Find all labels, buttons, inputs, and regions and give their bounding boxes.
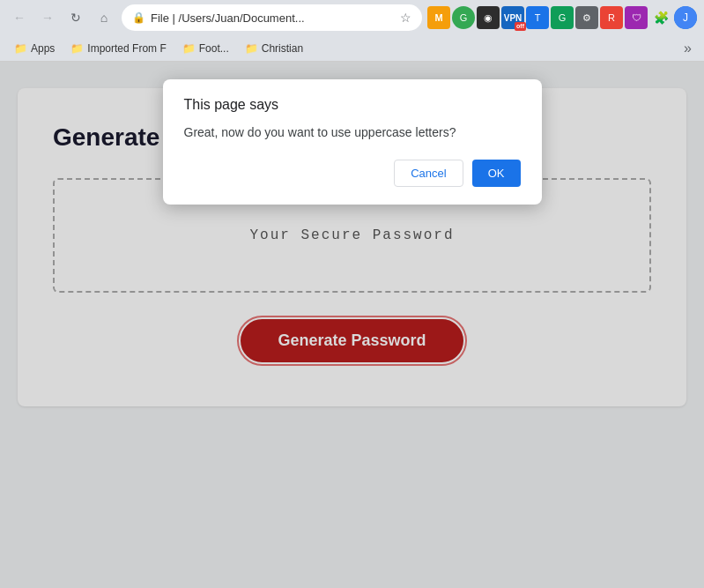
ext-icon-8[interactable]: R (600, 6, 623, 29)
dialog-box: This page says Great, now do you want to… (163, 79, 542, 205)
browser-chrome: ← → ↻ ⌂ 🔒 File | /Users/Juan/Document...… (0, 0, 704, 62)
forward-button[interactable]: → (35, 5, 60, 30)
ext-icon-label: G (559, 12, 567, 23)
dialog-overlay: This page says Great, now do you want to… (0, 62, 704, 588)
lock-icon: 🔒 (132, 11, 145, 24)
folder-icon: 📁 (70, 42, 84, 55)
bookmark-imported-from[interactable]: 📁 Imported From F (63, 40, 173, 57)
ext-icon-label: R (608, 12, 615, 23)
ext-icon-6[interactable]: G (551, 6, 574, 29)
bookmark-foot[interactable]: 📁 Foot... (175, 40, 236, 57)
nav-buttons: ← → ↻ ⌂ (7, 5, 116, 30)
home-button[interactable]: ⌂ (92, 5, 116, 30)
off-badge: off (515, 22, 526, 31)
folder-icon: 📁 (14, 42, 27, 55)
bookmark-label: Christian (262, 42, 303, 55)
bookmark-christian[interactable]: 📁 Christian (238, 40, 310, 57)
cancel-button[interactable]: Cancel (394, 160, 463, 187)
ext-icon-label: ⚙ (582, 12, 591, 24)
bookmark-label: Foot... (199, 42, 229, 55)
ok-button[interactable]: OK (472, 160, 521, 187)
ext-icon-label: G (460, 12, 468, 23)
back-button[interactable]: ← (7, 5, 32, 30)
folder-icon: 📁 (245, 42, 258, 55)
bookmark-apps[interactable]: 📁 Apps (7, 40, 62, 57)
home-icon: ⌂ (100, 11, 107, 25)
reload-icon: ↻ (70, 11, 81, 25)
bookmark-label: Imported From F (87, 42, 166, 55)
dialog-message: Great, now do you want to use uppercase … (184, 123, 521, 142)
dialog-buttons: Cancel OK (184, 160, 521, 187)
dialog-title: This page says (184, 97, 521, 113)
page-content: This page says Great, now do you want to… (0, 62, 704, 588)
bookmarks-overflow[interactable]: » (678, 39, 697, 58)
ext-icon-1[interactable]: M (427, 6, 450, 29)
bookmark-label: Apps (31, 42, 55, 55)
ext-icon-7[interactable]: ⚙ (575, 6, 598, 29)
ext-icon-label: 🛡 (632, 12, 641, 23)
ext-icon-4[interactable]: VPN off (501, 6, 524, 29)
extensions-button[interactable]: 🧩 (649, 6, 672, 29)
ext-icon-5[interactable]: T (526, 6, 549, 29)
bookmark-star-icon[interactable]: ☆ (400, 11, 411, 25)
toolbar: ← → ↻ ⌂ 🔒 File | /Users/Juan/Document...… (0, 0, 704, 35)
extension-area: M G ◉ VPN off T G ⚙ R (427, 6, 697, 29)
ext-icon-2[interactable]: G (452, 6, 475, 29)
puzzle-icon: 🧩 (654, 11, 669, 25)
ext-icon-label: T (535, 12, 541, 23)
bookmarks-bar: 📁 Apps 📁 Imported From F 📁 Foot... 📁 Chr… (0, 35, 704, 62)
url-text: File | /Users/Juan/Document... (151, 11, 395, 25)
back-icon: ← (13, 11, 26, 25)
ext-icon-9[interactable]: 🛡 (625, 6, 648, 29)
ext-icon-label: M (434, 12, 442, 23)
address-bar[interactable]: 🔒 File | /Users/Juan/Document... ☆ (122, 4, 422, 31)
reload-button[interactable]: ↻ (63, 5, 88, 30)
ext-icon-3[interactable]: ◉ (477, 6, 500, 29)
ext-icon-label: ◉ (484, 12, 493, 24)
profile-avatar[interactable] (674, 6, 697, 29)
ext-icon-label: VPN (504, 13, 522, 23)
forward-icon: → (41, 11, 54, 25)
folder-icon: 📁 (182, 42, 196, 55)
